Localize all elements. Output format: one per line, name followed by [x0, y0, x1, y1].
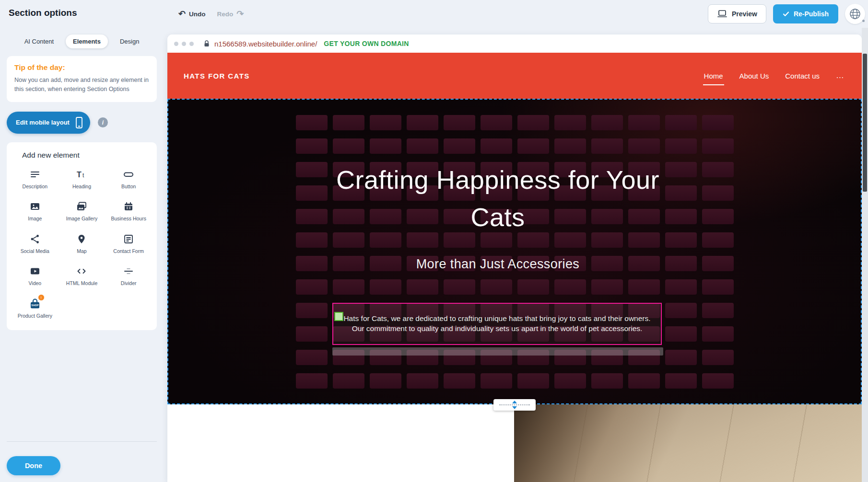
heading-icon: Tt [76, 168, 87, 181]
tip-body: Now you can add, move and resize any ele… [14, 76, 149, 94]
monitor-icon [717, 10, 727, 18]
element-product-gallery[interactable]: SHOP ↑ Product Gallery [12, 298, 58, 320]
image-icon [29, 200, 41, 213]
undo-button[interactable]: ↶ Undo [178, 10, 206, 18]
hero-tile [296, 279, 328, 295]
scrollbar-thumb[interactable] [863, 54, 867, 192]
social-media-icon [29, 233, 41, 245]
element-contact-form[interactable]: Contact Form [106, 233, 151, 255]
business-hours-icon [123, 200, 134, 213]
hero-tile [296, 115, 328, 130]
hero-tile [591, 373, 623, 389]
element-image-gallery[interactable]: Image Gallery [59, 200, 105, 222]
hero-tile [407, 138, 438, 154]
selected-text-element[interactable]: Hats for Cats, we are dedicated to craft… [332, 303, 662, 345]
hero-tile [628, 115, 660, 130]
edit-mobile-label: Edit mobile layout [16, 119, 70, 126]
section-resize-handle[interactable] [493, 399, 536, 411]
republish-button[interactable]: Re-Publish [773, 4, 838, 23]
redo-icon: ↷ [236, 10, 244, 18]
hero-tile [665, 185, 697, 201]
element-social-media[interactable]: Social Media [12, 233, 58, 255]
hero-tile [296, 326, 328, 342]
window-controls [174, 42, 194, 46]
element-grid: Description Tt Heading Button Image Imag… [12, 168, 151, 320]
hero-tile [444, 279, 475, 295]
hero-paragraph[interactable]: Hats for Cats, we are dedicated to craft… [339, 313, 655, 333]
tab-design[interactable]: Design [113, 34, 146, 48]
element-html-module[interactable]: HTML Module [59, 265, 105, 287]
globe-icon [849, 8, 861, 20]
preview-button[interactable]: Preview [708, 4, 766, 23]
element-description[interactable]: Description [12, 168, 58, 190]
arrow-up-icon [512, 401, 517, 403]
nav-contact-us[interactable]: Contact us [784, 70, 821, 82]
hero-tile [591, 279, 623, 295]
page-scrollbar[interactable] [862, 28, 868, 482]
element-divider[interactable]: Divider [106, 265, 151, 287]
lock-icon [203, 40, 210, 47]
hero-tile [665, 209, 697, 224]
hero-tile [628, 373, 660, 389]
nav-more-button[interactable]: … [835, 69, 845, 82]
hero-tile [444, 373, 475, 389]
hero-tile [702, 138, 734, 154]
info-icon[interactable]: i [98, 117, 108, 127]
site-logo: HATS FOR CATS [184, 72, 250, 80]
tab-elements[interactable]: Elements [66, 34, 108, 48]
add-element-card: Add new element Description Tt Heading B… [7, 142, 157, 330]
tab-ai-content[interactable]: AI Content [17, 34, 61, 48]
next-section[interactable] [167, 404, 862, 482]
tip-card: Tip of the day: Now you can add, move an… [7, 56, 157, 102]
hero-tile [702, 209, 734, 224]
element-heading[interactable]: Tt Heading [59, 168, 105, 190]
redo-button[interactable]: Redo ↷ [217, 10, 244, 18]
hero-tile [370, 138, 401, 154]
hero-tile [665, 303, 697, 318]
hero-tile [333, 279, 364, 295]
site-url: n1566589.websitebuilder.online/ [214, 40, 317, 48]
edit-mobile-layout-button[interactable]: Edit mobile layout [7, 112, 90, 134]
history-controls: ↶ Undo Redo ↷ [178, 0, 244, 28]
hero-tile [702, 350, 734, 365]
done-button[interactable]: Done [7, 456, 60, 475]
element-image[interactable]: Image [12, 200, 58, 222]
hero-tile [296, 256, 328, 271]
divider-icon [123, 265, 134, 277]
nav-about-us[interactable]: About Us [739, 70, 770, 82]
button-icon [123, 168, 134, 181]
phone-icon [75, 116, 83, 129]
dotted-line-icon [499, 404, 530, 405]
svg-text:SHOP: SHOP [31, 304, 39, 307]
hero-heading[interactable]: Crafting Happiness for Your Cats [332, 161, 663, 236]
hero-tile [296, 138, 328, 154]
hero-tile [481, 115, 512, 130]
sidebar-divider [7, 441, 157, 442]
window-dot [189, 42, 194, 46]
element-map[interactable]: Map [59, 233, 105, 255]
hero-tile [333, 138, 364, 154]
element-video[interactable]: Video [12, 265, 58, 287]
nav-home[interactable]: Home [703, 70, 724, 82]
language-globe-button[interactable] [845, 4, 865, 24]
hero-tile [554, 373, 586, 389]
hero-tile [296, 162, 328, 177]
hero-tile [702, 115, 734, 130]
element-business-hours[interactable]: Business Hours [106, 200, 151, 222]
hero-tile [665, 162, 697, 177]
hero-tile [628, 279, 660, 295]
check-icon [783, 11, 789, 17]
svg-text:t: t [82, 172, 84, 179]
get-domain-link[interactable]: GET YOUR OWN DOMAIN [324, 40, 409, 47]
sidebar-bottom: Done [7, 441, 157, 475]
hero-section[interactable]: Crafting Happiness for Your Cats More th… [167, 99, 862, 404]
hero-tile [296, 232, 328, 248]
hero-tile [702, 162, 734, 177]
hero-tile [591, 138, 623, 154]
hero-tile [481, 279, 512, 295]
map-icon [76, 233, 87, 245]
hero-tile [407, 279, 438, 295]
hero-tile [296, 185, 328, 201]
element-button[interactable]: Button [106, 168, 151, 190]
hero-subheading[interactable]: More than Just Accessories [332, 257, 663, 272]
